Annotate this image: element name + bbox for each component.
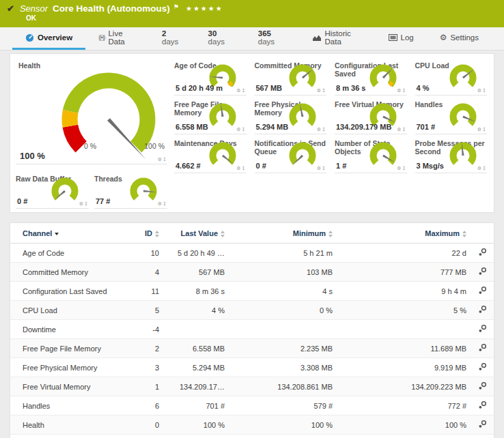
table-row-committed-memory[interactable]: Committed Memory4567 MB103 MB777 MB	[10, 263, 494, 282]
column-header-last-value[interactable]: Last Value	[163, 223, 229, 244]
tab-2-days[interactable]: 2 days	[149, 27, 195, 50]
pin-icon[interactable]: ↧	[242, 88, 247, 93]
cell-last: 5 d 20 h 49 …	[163, 244, 229, 263]
table-row-maintenance-days[interactable]: Maintenance Days94.662 #4.662 #4.698 #	[10, 435, 494, 438]
tab-settings[interactable]: ⚙Settings	[427, 27, 492, 50]
tab-historic-data[interactable]: Historic Data	[299, 27, 376, 50]
gear-icon[interactable]: ⚙	[397, 88, 402, 93]
table-row-downtime[interactable]: Downtime-4	[10, 320, 494, 339]
cell-last: 701 #	[163, 396, 229, 415]
gauge-value: 0 #	[17, 197, 27, 205]
table-row-cpu-load[interactable]: CPU Load54 %0 %5 %	[10, 301, 494, 320]
gauges-bottom-row: Raw Data Buffer0 #⚙↧Threads77 #⚙↧	[13, 171, 170, 209]
cell-channel[interactable]: Handles	[10, 396, 135, 415]
pin-icon[interactable]: ↧	[242, 127, 247, 132]
cell-min: 579 #	[229, 396, 337, 415]
edit-channel-icon[interactable]	[478, 420, 487, 428]
column-header-maximum[interactable]: Maximum	[337, 223, 471, 244]
cell-channel[interactable]: Downtime	[10, 320, 135, 339]
edit-channel-icon[interactable]	[478, 400, 487, 409]
tab-live-data[interactable]: ((•))Live Data	[85, 27, 149, 50]
cell-channel[interactable]: Free Page File Memory	[10, 339, 135, 358]
cell-tools	[471, 244, 494, 263]
edit-channel-icon[interactable]	[478, 324, 487, 333]
gauge-tile-raw-data-buffer: Raw Data Buffer0 #⚙↧	[16, 171, 89, 209]
cell-channel[interactable]: Free Physical Memory	[10, 358, 135, 377]
sort-icon	[221, 231, 225, 237]
cell-channel[interactable]: Age of Code	[10, 244, 135, 263]
edit-channel-icon[interactable]	[478, 267, 487, 276]
table-row-health[interactable]: Health0100 %100 %100 %	[10, 415, 494, 435]
table-row-free-virtual-memory[interactable]: Free Virtual Memory1134.209.17…134.208.8…	[10, 377, 494, 396]
priority-stars[interactable]: ★★★★★	[186, 5, 223, 12]
gauge-tile-free-virtual-memory: Free Virtual Memory134.209.179 MB⚙↧	[335, 97, 407, 134]
cell-id: 11	[135, 282, 163, 301]
gear-icon[interactable]: ⚙	[236, 166, 241, 171]
pin-icon[interactable]: ↧	[163, 157, 167, 162]
pin-icon[interactable]: ↧	[84, 201, 89, 206]
pin-icon[interactable]: ↧	[402, 127, 407, 132]
pin-icon[interactable]: ↧	[482, 127, 487, 132]
pin-icon[interactable]: ↧	[322, 88, 326, 93]
health-gauge-tile: Health 0 % 100 % 100 % ⚙↧	[16, 58, 167, 164]
cell-last: 4 %	[163, 301, 229, 320]
tab-30-days[interactable]: 30 days	[195, 27, 245, 50]
pin-icon[interactable]: ↧	[482, 88, 487, 93]
cell-channel[interactable]: Free Virtual Memory	[10, 377, 135, 396]
table-row-free-page-file-memory[interactable]: Free Page File Memory26.558 MB2.235 MB11…	[10, 339, 494, 358]
status-check-icon: ✔	[7, 3, 14, 14]
cell-channel[interactable]: Committed Memory	[10, 263, 135, 282]
health-gauge	[54, 66, 163, 171]
edit-channel-icon[interactable]	[478, 362, 487, 371]
tab-log[interactable]: Log	[376, 27, 427, 50]
cell-channel[interactable]: Health	[10, 415, 135, 435]
column-header-channel[interactable]: Channel	[10, 223, 135, 244]
pin-icon[interactable]: ↧	[482, 166, 487, 171]
cell-max: 100 %	[337, 415, 471, 435]
flag-icon[interactable]: ⚑	[173, 3, 179, 10]
column-header-minimum[interactable]: Minimum	[229, 223, 337, 244]
cell-min: 134.208.861 MB	[229, 377, 337, 396]
pin-icon[interactable]: ↧	[242, 166, 247, 171]
cell-max	[337, 320, 471, 339]
gauge-value: 100 %	[20, 151, 45, 161]
gear-icon[interactable]: ⚙	[236, 127, 241, 132]
gear-icon[interactable]: ⚙	[236, 88, 241, 93]
pin-icon[interactable]: ↧	[322, 166, 326, 171]
gauge-tile-committed-memory: Committed Memory567 MB⚙↧	[255, 58, 327, 96]
cell-last: 567 MB	[163, 263, 229, 282]
pin-icon[interactable]: ↧	[402, 166, 407, 171]
cell-max: 5 %	[337, 301, 471, 320]
edit-channel-icon[interactable]	[478, 343, 487, 352]
page-title: Core Health (Autonomous)	[53, 3, 170, 14]
column-header-tools	[471, 223, 494, 244]
table-row-configuration-last-saved[interactable]: Configuration Last Saved118 m 36 s4 s9 h…	[10, 282, 494, 301]
gear-icon[interactable]: ⚙	[397, 127, 402, 132]
pin-icon[interactable]: ↧	[322, 127, 326, 132]
cell-min: 103 MB	[229, 263, 337, 282]
edit-channel-icon[interactable]	[478, 286, 487, 295]
pin-icon[interactable]: ↧	[402, 88, 407, 93]
gauges-grid: Age of Code5 d 20 h 49 m⚙↧Committed Memo…	[170, 58, 491, 208]
cell-channel[interactable]: Maintenance Days	[10, 435, 135, 438]
cell-id: 5	[135, 301, 163, 320]
cell-channel[interactable]: CPU Load	[10, 301, 135, 320]
channel-table-panel: ChannelIDLast ValueMinimumMaximum Age of…	[10, 222, 494, 438]
pin-icon[interactable]: ↧	[163, 201, 167, 206]
cell-channel[interactable]: Configuration Last Saved	[10, 282, 135, 301]
gauge-tile-cpu-load: CPU Load4 %⚙↧	[415, 58, 488, 96]
edit-channel-icon[interactable]	[478, 381, 487, 390]
table-row-handles[interactable]: Handles6701 #579 #772 #	[10, 396, 494, 415]
gauge-value: 6.558 MB	[176, 123, 208, 131]
tab-overview[interactable]: Overview	[12, 27, 85, 50]
edit-channel-icon[interactable]	[478, 305, 487, 314]
column-header-id[interactable]: ID	[135, 223, 163, 244]
table-row-free-physical-memory[interactable]: Free Physical Memory35.294 MB3.308 MB9.9…	[10, 358, 494, 377]
cell-max: 772 #	[337, 396, 471, 415]
gear-icon[interactable]: ⚙	[397, 166, 402, 171]
tab-365-days[interactable]: 365 days	[245, 27, 299, 50]
table-row-age-of-code[interactable]: Age of Code105 d 20 h 49 …5 h 21 m22 d	[10, 244, 494, 263]
edit-channel-icon[interactable]	[478, 248, 487, 257]
gauge-tile-handles: Handles701 #⚙↧	[415, 97, 488, 134]
mini-gauge	[447, 63, 479, 90]
